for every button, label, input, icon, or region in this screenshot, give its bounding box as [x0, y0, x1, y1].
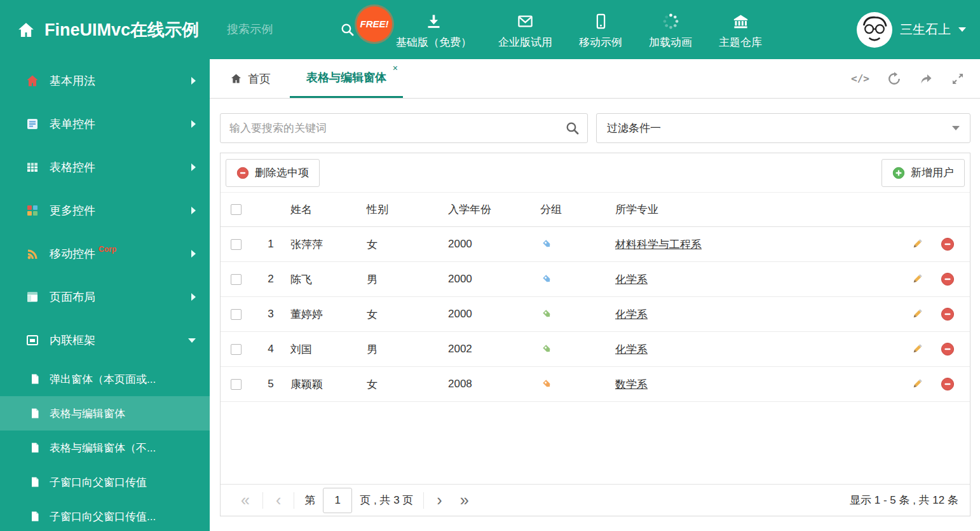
sidebar-item-mobile-controls[interactable]: 移动控件 Corp	[0, 232, 210, 275]
delete-selected-button[interactable]: 删除选中项	[226, 159, 320, 187]
column-header-major[interactable]: 所学专业	[615, 202, 895, 217]
table-row: 3 董婷婷 女 2000 化学系	[221, 297, 970, 332]
sidebar-item-page-layout[interactable]: 页面布局	[0, 275, 210, 319]
table-header: 姓名 性别 入学年份 分组 所学专业	[221, 193, 970, 227]
major-link[interactable]: 化学系	[615, 342, 648, 357]
edit-icon[interactable]	[910, 237, 924, 251]
cell-name: 康颖颖	[290, 377, 367, 392]
row-checkbox[interactable]	[231, 239, 242, 250]
cell-name: 董婷婷	[290, 307, 367, 322]
free-badge: FREE!	[357, 6, 392, 42]
sidebar-subitem-child-to-parent[interactable]: 子窗口向父窗口传值	[0, 465, 210, 499]
nav-basic-edition[interactable]: FREE! 基础版（免费）	[396, 10, 472, 50]
row-checkbox[interactable]	[231, 309, 242, 320]
code-icon[interactable]: </>	[851, 72, 869, 85]
search-icon[interactable]	[340, 22, 355, 37]
tab-label: 表格与编辑窗体	[306, 70, 386, 85]
sidebar-item-form-controls[interactable]: 表单控件	[0, 102, 210, 146]
close-icon[interactable]: ×	[393, 63, 398, 73]
grid-toolbar: 删除选中项 新增用户	[221, 153, 970, 193]
last-page-button[interactable]: »	[451, 492, 478, 508]
nav-label: 主题仓库	[719, 35, 762, 50]
user-menu[interactable]: 三生石上	[857, 12, 966, 48]
sidebar-subitem-child-to-parent-2[interactable]: 子窗口向父窗口传值...	[0, 499, 210, 531]
row-select-cell	[221, 309, 251, 320]
major-link[interactable]: 化学系	[615, 307, 648, 322]
search-icon[interactable]	[565, 121, 580, 135]
edit-icon[interactable]	[910, 377, 924, 391]
nav-mobile-demo[interactable]: 移动示例	[579, 10, 622, 50]
major-link[interactable]: 数学系	[615, 377, 648, 392]
table-row: 2 陈飞 男 2000 化学系	[221, 262, 970, 297]
delete-icon[interactable]	[941, 377, 955, 391]
sidebar-subitem-popup-window[interactable]: 弹出窗体（本页面或...	[0, 362, 210, 396]
delete-icon[interactable]	[941, 237, 955, 251]
sidebar-item-grid-controls[interactable]: 表格控件	[0, 146, 210, 189]
row-checkbox[interactable]	[231, 344, 242, 355]
divider	[423, 492, 424, 509]
top-search-input[interactable]	[227, 23, 334, 36]
tab-bar: 首页 表格与编辑窗体 × </>	[210, 59, 980, 99]
major-link[interactable]: 化学系	[615, 272, 648, 287]
cell-year: 2008	[448, 378, 540, 390]
tab-grid-edit-window[interactable]: 表格与编辑窗体 ×	[290, 59, 403, 98]
sidebar-subitem-grid-edit-window-2[interactable]: 表格与编辑窗体（不...	[0, 431, 210, 465]
widgets-icon	[25, 203, 39, 217]
column-header-group[interactable]: 分组	[540, 202, 615, 217]
delete-icon[interactable]	[941, 342, 955, 356]
caret-down-icon	[958, 27, 966, 32]
column-header-gender[interactable]: 性别	[367, 202, 448, 217]
major-link[interactable]: 材料科学与工程系	[615, 237, 702, 252]
add-user-button[interactable]: 新增用户	[881, 159, 965, 187]
chevron-right-icon	[191, 163, 196, 171]
chevron-right-icon	[191, 77, 196, 85]
nav-theme-repo[interactable]: 主题仓库	[719, 10, 762, 50]
delete-icon[interactable]	[941, 272, 955, 286]
edit-icon[interactable]	[910, 342, 924, 356]
sidebar-subitem-grid-edit-window[interactable]: 表格与编辑窗体	[0, 396, 210, 431]
brand[interactable]: FineUIMvc在线示例	[17, 18, 199, 41]
column-header-name[interactable]: 姓名	[290, 202, 367, 217]
nav-loading-animation[interactable]: 加载动画	[649, 10, 692, 50]
top-header: FineUIMvc在线示例 FREE! 基础版（免费）	[0, 0, 980, 59]
nav-enterprise-trial[interactable]: 企业版试用	[498, 10, 552, 50]
sidebar-item-basic-usage[interactable]: 基本用法	[0, 59, 210, 102]
sidebar-subitem-label: 弹出窗体（本页面或...	[50, 372, 156, 387]
cell-gender: 女	[367, 237, 448, 252]
table-row: 4 刘国 男 2002 化学系	[221, 332, 970, 367]
first-page-button[interactable]: «	[232, 492, 259, 508]
button-label: 删除选中项	[255, 165, 309, 180]
cell-major: 数学系	[615, 377, 895, 392]
button-label: 新增用户	[911, 165, 954, 180]
cell-year: 2000	[448, 238, 540, 251]
row-checkbox[interactable]	[231, 274, 242, 285]
mobile-icon	[592, 13, 609, 30]
keyword-input[interactable]	[220, 113, 588, 143]
column-header-year[interactable]: 入学年份	[448, 202, 540, 217]
sidebar-subitem-label: 表格与编辑窗体（不...	[50, 441, 156, 455]
tag-icon	[540, 237, 554, 251]
sidebar-item-more-controls[interactable]: 更多控件	[0, 189, 210, 232]
page-number-input[interactable]	[323, 488, 352, 513]
sidebar-item-inline-frame[interactable]: 内联框架	[0, 319, 210, 362]
edit-icon[interactable]	[910, 272, 924, 286]
sidebar-subitem-label: 表格与编辑窗体	[50, 406, 125, 421]
cell-gender: 女	[367, 307, 448, 322]
cell-group	[540, 342, 615, 356]
edit-icon[interactable]	[910, 307, 924, 321]
filter-dropdown[interactable]: 过滤条件一	[596, 113, 970, 143]
sidebar-subitem-label: 子窗口向父窗口传值...	[50, 509, 156, 524]
expand-icon[interactable]	[951, 72, 965, 86]
row-checkbox[interactable]	[231, 379, 242, 390]
row-actions	[895, 272, 970, 286]
prev-page-button[interactable]: ‹	[267, 492, 290, 508]
next-page-button[interactable]: ›	[428, 492, 451, 508]
nav-label: 移动示例	[579, 35, 622, 50]
tag-icon	[540, 377, 554, 391]
select-all-checkbox[interactable]	[231, 204, 242, 215]
tab-home[interactable]: 首页	[219, 59, 282, 98]
nav-label: 基础版（免费）	[396, 35, 472, 50]
share-icon[interactable]	[919, 72, 933, 86]
refresh-icon[interactable]	[887, 72, 901, 86]
delete-icon[interactable]	[941, 307, 955, 321]
